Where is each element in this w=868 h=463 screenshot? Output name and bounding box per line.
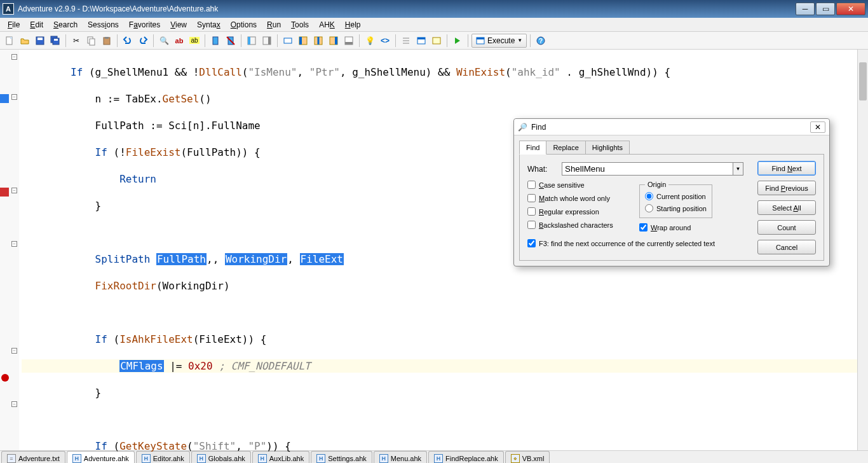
fold-toggle[interactable]: −: [11, 401, 17, 407]
save-all-icon[interactable]: [48, 34, 62, 48]
bookmark-marker[interactable]: [0, 94, 9, 103]
svg-rect-24: [335, 37, 337, 45]
play-icon[interactable]: [451, 34, 465, 48]
new-file-icon[interactable]: [3, 34, 17, 48]
vertical-scrollbar[interactable]: [857, 50, 868, 450]
panel1-icon[interactable]: [296, 34, 310, 48]
backslash-checkbox[interactable]: Backslashed characters: [527, 221, 629, 229]
find-what-dropdown[interactable]: ▼: [733, 162, 743, 176]
file-icon: ≡: [7, 454, 16, 463]
tab-find[interactable]: Find: [519, 141, 546, 155]
origin-group: Origin Current position Starting positio…: [639, 181, 712, 218]
svg-rect-6: [54, 39, 58, 41]
highlight-icon[interactable]: ab: [187, 34, 201, 48]
bookmark-marker[interactable]: [0, 188, 9, 197]
svg-rect-18: [284, 38, 292, 43]
case-sensitive-checkbox[interactable]: Case sensitive: [527, 181, 629, 189]
window-title: Adventure v2.9.9 - D:\Workspace\Adventur…: [18, 4, 796, 13]
f3-checkbox[interactable]: F3: find the next occurrence of the curr…: [527, 239, 715, 247]
panel3-icon[interactable]: [327, 34, 341, 48]
svg-rect-31: [417, 38, 425, 39]
editor-area: − − − − − − If (g_ShellMenu1 && !DllCall…: [0, 50, 868, 450]
origin-current-radio[interactable]: Current position: [645, 192, 707, 200]
menu-file[interactable]: File: [3, 19, 25, 31]
menu-syntax[interactable]: Syntax: [192, 19, 226, 31]
find-dialog-title: Find: [531, 123, 546, 132]
svg-rect-26: [345, 42, 353, 45]
fold-toggle[interactable]: −: [11, 54, 17, 60]
panel2-icon[interactable]: [311, 34, 325, 48]
cut-icon[interactable]: ✂: [69, 34, 83, 48]
svg-rect-17: [268, 37, 271, 45]
menu-favorites[interactable]: Favorites: [124, 19, 165, 31]
svg-rect-3: [37, 38, 43, 40]
brackets-icon[interactable]: <>: [378, 34, 392, 48]
origin-start-radio[interactable]: Starting position: [645, 204, 707, 212]
menu-run[interactable]: Run: [262, 19, 286, 31]
fold-toggle[interactable]: −: [11, 94, 17, 100]
svg-rect-10: [105, 37, 109, 39]
svg-rect-34: [477, 38, 484, 39]
fold-toggle[interactable]: −: [11, 188, 17, 193]
redo-icon[interactable]: [136, 34, 150, 48]
find-icon[interactable]: 🔍: [157, 34, 171, 48]
find-close-button[interactable]: ✕: [810, 121, 825, 133]
svg-rect-8: [90, 39, 95, 45]
sidebar-right-icon[interactable]: [260, 34, 274, 48]
undo-icon[interactable]: [121, 34, 135, 48]
svg-text:?: ?: [539, 38, 543, 45]
execute-label: Execute: [487, 36, 515, 45]
whole-word-checkbox[interactable]: Match whole word only: [527, 194, 629, 202]
title-bar: A Adventure v2.9.9 - D:\Workspace\Advent…: [0, 0, 868, 18]
clear-bookmark-icon[interactable]: [224, 34, 238, 48]
scrollbar-thumb[interactable]: [859, 62, 867, 100]
svg-rect-32: [433, 38, 440, 44]
menu-help[interactable]: Help: [340, 19, 366, 31]
output-icon[interactable]: [281, 34, 295, 48]
tab-replace[interactable]: Replace: [546, 141, 585, 155]
menu-sessions[interactable]: Sessions: [83, 19, 124, 31]
breakpoint-marker[interactable]: [1, 374, 9, 382]
find-previous-button[interactable]: Find Previous: [757, 181, 816, 195]
menu-ahk[interactable]: AHK: [314, 19, 340, 31]
maximize-button[interactable]: ▭: [816, 3, 835, 15]
tip-icon[interactable]: 💡: [363, 34, 377, 48]
select-all-button[interactable]: Select All: [757, 200, 816, 215]
menu-options[interactable]: Options: [226, 19, 262, 31]
cancel-button[interactable]: Cancel: [757, 240, 816, 254]
fold-gutter[interactable]: − − − − − −: [10, 50, 19, 450]
fold-toggle[interactable]: −: [11, 348, 17, 354]
sidebar-left-icon[interactable]: [245, 34, 259, 48]
panel4-icon[interactable]: [342, 34, 356, 48]
fold-toggle[interactable]: −: [11, 241, 17, 247]
replace-icon[interactable]: ab: [172, 34, 186, 48]
tool1-icon[interactable]: [430, 34, 444, 48]
menu-search[interactable]: Search: [48, 19, 83, 31]
menu-view[interactable]: View: [165, 19, 192, 31]
open-file-icon[interactable]: [18, 34, 32, 48]
save-icon[interactable]: [33, 34, 47, 48]
svg-rect-11: [213, 37, 218, 45]
count-button[interactable]: Count: [757, 220, 816, 235]
help-icon[interactable]: ?: [534, 34, 548, 48]
svg-rect-1: [10, 37, 12, 39]
paste-icon[interactable]: [100, 34, 114, 48]
close-button[interactable]: ✕: [836, 3, 865, 15]
find-what-input[interactable]: [562, 162, 733, 176]
menu-edit[interactable]: Edit: [25, 19, 48, 31]
list-icon[interactable]: [399, 34, 413, 48]
tab-highlights[interactable]: Highlights: [585, 141, 630, 155]
regex-checkbox[interactable]: Regular expression: [527, 207, 629, 216]
menu-bar: File Edit Search Sessions Favorites View…: [0, 18, 868, 32]
wrap-around-checkbox[interactable]: Wrap around: [639, 223, 712, 232]
bookmark-icon[interactable]: [208, 34, 222, 48]
find-dialog-titlebar[interactable]: 🔎 Find ✕: [514, 119, 829, 135]
copy-icon[interactable]: [85, 34, 98, 48]
bookmark-gutter[interactable]: [0, 50, 10, 450]
window-icon[interactable]: [414, 34, 428, 48]
find-next-button[interactable]: Find Next: [757, 161, 816, 176]
execute-button[interactable]: Execute ▼: [471, 34, 527, 48]
menu-tools[interactable]: Tools: [286, 19, 314, 31]
minimize-button[interactable]: ─: [796, 3, 815, 15]
what-label: What:: [527, 165, 562, 174]
